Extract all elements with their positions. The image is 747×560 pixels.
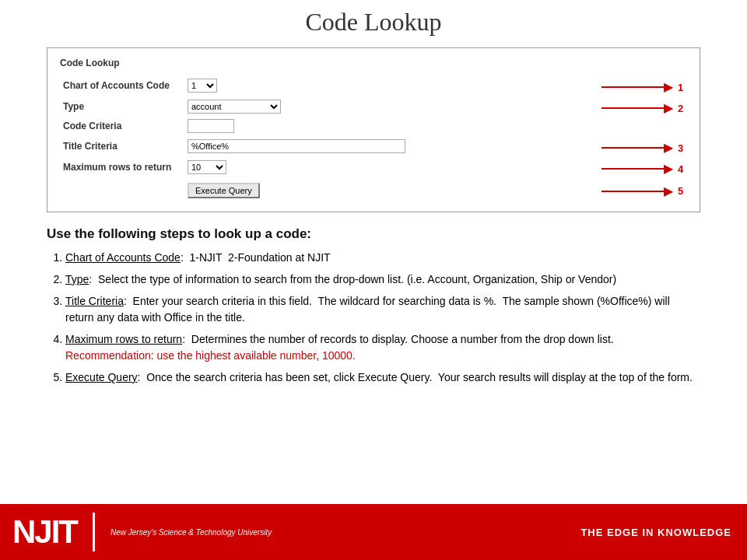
type-field-cell: account organization ship vendor: [184, 96, 594, 117]
chart-field-cell: 1 2: [184, 75, 594, 96]
form-panel: Code Lookup Chart of Accounts Code 1 2 ▶…: [47, 47, 700, 212]
arrow-5: ▶ 5: [594, 177, 687, 201]
execute-query-button[interactable]: Execute Query: [188, 183, 260, 198]
chart-label: Chart of Accounts Code: [60, 75, 184, 96]
logo-letters: NJIT: [12, 516, 77, 548]
arrow-3-spacer: [594, 117, 687, 135]
step-2-label: Type: [65, 273, 89, 285]
logo-divider: [93, 513, 95, 551]
max-rows-field-cell: 10 25 50 100 10000: [184, 156, 594, 177]
step-2: Type: Select the type of information to …: [65, 271, 700, 288]
step-1-label: Chart of Accounts Code: [65, 251, 181, 264]
max-rows-row: Maximum rows to return 10 25 50 100 1000…: [60, 156, 687, 177]
step-5: Execute Query: Once the search criteria …: [65, 369, 700, 386]
step-4: Maximum rows to return: Determines the n…: [65, 331, 700, 364]
type-select[interactable]: account organization ship vendor: [188, 100, 281, 114]
execute-row: Execute Query ▶ 5: [60, 177, 687, 201]
title-criteria-label: Title Criteria: [60, 135, 184, 156]
footer: NJIT New Jersey's Science & Technology U…: [0, 504, 747, 560]
step-3: Title Criteria: Enter your search criter…: [65, 293, 700, 326]
page-title: Code Lookup: [47, 8, 700, 37]
form-table: Chart of Accounts Code 1 2 ▶ 1: [60, 75, 687, 201]
instructions-section: Use the following steps to look up a cod…: [47, 226, 700, 386]
type-label: Type: [60, 96, 184, 117]
code-criteria-input[interactable]: [188, 119, 234, 133]
arrow-3: ▶ 3: [594, 135, 687, 156]
instructions-heading: Use the following steps to look up a cod…: [47, 226, 700, 242]
footer-tagline-block: New Jersey's Science & Technology Univer…: [110, 527, 272, 537]
arrow-1: ▶ 1: [594, 75, 687, 96]
execute-field-cell: Execute Query: [184, 177, 594, 201]
step-5-label: Execute Query: [65, 371, 138, 383]
max-rows-select[interactable]: 10 25 50 100 10000: [188, 160, 226, 174]
step-4-label: Maximum rows to return: [65, 333, 182, 345]
arrow-2: ▶ 2: [594, 96, 687, 117]
chart-select[interactable]: 1 2: [188, 79, 217, 93]
title-criteria-input[interactable]: [188, 139, 405, 153]
code-criteria-row: Code Criteria: [60, 117, 687, 135]
max-rows-label: Maximum rows to return: [60, 156, 184, 177]
recommendation-text: Recommendation: use the highest availabl…: [65, 349, 356, 362]
njit-logo: NJIT: [12, 516, 77, 548]
school-name: New Jersey's Science & Technology Univer…: [110, 527, 272, 537]
code-criteria-field-cell: [184, 117, 594, 135]
footer-logo: NJIT New Jersey's Science & Technology U…: [12, 513, 272, 551]
type-row: Type account organization ship vendor ▶ …: [60, 96, 687, 117]
title-criteria-field-cell: [184, 135, 594, 156]
step-3-label: Title Criteria: [65, 295, 124, 307]
step-1: Chart of Accounts Code: 1-NJIT 2-Foundat…: [65, 250, 700, 266]
execute-label-cell: [60, 177, 184, 201]
footer-slogan: THE EDGE IN KNOWLEDGE: [580, 527, 731, 538]
form-panel-title: Code Lookup: [60, 58, 687, 68]
code-criteria-label: Code Criteria: [60, 117, 184, 135]
arrow-4: ▶ 4: [594, 156, 687, 177]
chart-row: Chart of Accounts Code 1 2 ▶ 1: [60, 75, 687, 96]
title-criteria-row: Title Criteria ▶ 3: [60, 135, 687, 156]
